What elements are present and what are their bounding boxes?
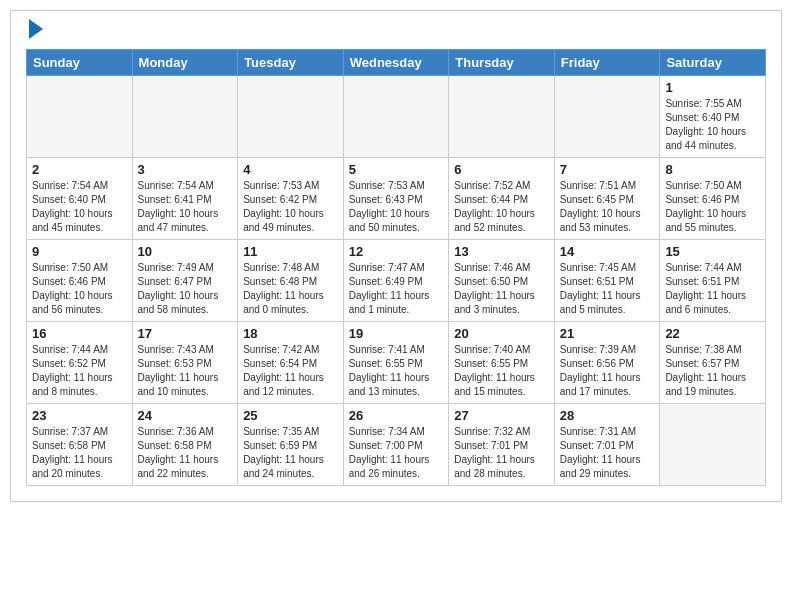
calendar-cell: 18Sunrise: 7:42 AM Sunset: 6:54 PM Dayli… <box>238 321 344 403</box>
day-number: 6 <box>454 162 549 177</box>
week-row-5: 23Sunrise: 7:37 AM Sunset: 6:58 PM Dayli… <box>27 403 766 485</box>
calendar-cell: 17Sunrise: 7:43 AM Sunset: 6:53 PM Dayli… <box>132 321 238 403</box>
day-number: 12 <box>349 244 444 259</box>
day-info: Sunrise: 7:55 AM Sunset: 6:40 PM Dayligh… <box>665 97 760 153</box>
calendar-cell: 4Sunrise: 7:53 AM Sunset: 6:42 PM Daylig… <box>238 157 344 239</box>
calendar-page: SundayMondayTuesdayWednesdayThursdayFrid… <box>10 10 782 502</box>
calendar-cell: 20Sunrise: 7:40 AM Sunset: 6:55 PM Dayli… <box>449 321 555 403</box>
day-info: Sunrise: 7:42 AM Sunset: 6:54 PM Dayligh… <box>243 343 338 399</box>
day-number: 19 <box>349 326 444 341</box>
day-number: 28 <box>560 408 655 423</box>
weekday-wednesday: Wednesday <box>343 49 449 75</box>
calendar-cell <box>343 75 449 157</box>
day-number: 14 <box>560 244 655 259</box>
day-info: Sunrise: 7:44 AM Sunset: 6:51 PM Dayligh… <box>665 261 760 317</box>
calendar-cell: 10Sunrise: 7:49 AM Sunset: 6:47 PM Dayli… <box>132 239 238 321</box>
calendar-cell: 21Sunrise: 7:39 AM Sunset: 6:56 PM Dayli… <box>554 321 660 403</box>
day-info: Sunrise: 7:54 AM Sunset: 6:41 PM Dayligh… <box>138 179 233 235</box>
day-info: Sunrise: 7:37 AM Sunset: 6:58 PM Dayligh… <box>32 425 127 481</box>
calendar-cell: 27Sunrise: 7:32 AM Sunset: 7:01 PM Dayli… <box>449 403 555 485</box>
day-number: 21 <box>560 326 655 341</box>
day-info: Sunrise: 7:46 AM Sunset: 6:50 PM Dayligh… <box>454 261 549 317</box>
calendar-cell: 26Sunrise: 7:34 AM Sunset: 7:00 PM Dayli… <box>343 403 449 485</box>
header <box>26 21 766 41</box>
calendar-cell <box>27 75 133 157</box>
day-number: 2 <box>32 162 127 177</box>
day-number: 13 <box>454 244 549 259</box>
day-number: 11 <box>243 244 338 259</box>
day-info: Sunrise: 7:40 AM Sunset: 6:55 PM Dayligh… <box>454 343 549 399</box>
day-number: 16 <box>32 326 127 341</box>
calendar-cell: 24Sunrise: 7:36 AM Sunset: 6:58 PM Dayli… <box>132 403 238 485</box>
calendar-cell: 19Sunrise: 7:41 AM Sunset: 6:55 PM Dayli… <box>343 321 449 403</box>
day-info: Sunrise: 7:54 AM Sunset: 6:40 PM Dayligh… <box>32 179 127 235</box>
day-number: 17 <box>138 326 233 341</box>
day-info: Sunrise: 7:52 AM Sunset: 6:44 PM Dayligh… <box>454 179 549 235</box>
day-number: 3 <box>138 162 233 177</box>
day-info: Sunrise: 7:51 AM Sunset: 6:45 PM Dayligh… <box>560 179 655 235</box>
day-number: 18 <box>243 326 338 341</box>
calendar-cell <box>554 75 660 157</box>
calendar-cell <box>132 75 238 157</box>
calendar-cell: 15Sunrise: 7:44 AM Sunset: 6:51 PM Dayli… <box>660 239 766 321</box>
day-number: 7 <box>560 162 655 177</box>
weekday-monday: Monday <box>132 49 238 75</box>
day-info: Sunrise: 7:31 AM Sunset: 7:01 PM Dayligh… <box>560 425 655 481</box>
weekday-friday: Friday <box>554 49 660 75</box>
calendar-cell: 22Sunrise: 7:38 AM Sunset: 6:57 PM Dayli… <box>660 321 766 403</box>
day-info: Sunrise: 7:35 AM Sunset: 6:59 PM Dayligh… <box>243 425 338 481</box>
day-number: 22 <box>665 326 760 341</box>
day-info: Sunrise: 7:53 AM Sunset: 6:42 PM Dayligh… <box>243 179 338 235</box>
day-info: Sunrise: 7:49 AM Sunset: 6:47 PM Dayligh… <box>138 261 233 317</box>
calendar-cell: 2Sunrise: 7:54 AM Sunset: 6:40 PM Daylig… <box>27 157 133 239</box>
calendar-cell <box>449 75 555 157</box>
day-number: 23 <box>32 408 127 423</box>
logo <box>26 21 43 41</box>
day-number: 20 <box>454 326 549 341</box>
day-number: 15 <box>665 244 760 259</box>
day-info: Sunrise: 7:32 AM Sunset: 7:01 PM Dayligh… <box>454 425 549 481</box>
calendar-cell: 8Sunrise: 7:50 AM Sunset: 6:46 PM Daylig… <box>660 157 766 239</box>
day-info: Sunrise: 7:41 AM Sunset: 6:55 PM Dayligh… <box>349 343 444 399</box>
week-row-4: 16Sunrise: 7:44 AM Sunset: 6:52 PM Dayli… <box>27 321 766 403</box>
day-number: 4 <box>243 162 338 177</box>
weekday-sunday: Sunday <box>27 49 133 75</box>
day-info: Sunrise: 7:48 AM Sunset: 6:48 PM Dayligh… <box>243 261 338 317</box>
calendar-cell: 9Sunrise: 7:50 AM Sunset: 6:46 PM Daylig… <box>27 239 133 321</box>
day-number: 27 <box>454 408 549 423</box>
day-info: Sunrise: 7:36 AM Sunset: 6:58 PM Dayligh… <box>138 425 233 481</box>
calendar-cell: 13Sunrise: 7:46 AM Sunset: 6:50 PM Dayli… <box>449 239 555 321</box>
day-info: Sunrise: 7:50 AM Sunset: 6:46 PM Dayligh… <box>665 179 760 235</box>
calendar-cell: 5Sunrise: 7:53 AM Sunset: 6:43 PM Daylig… <box>343 157 449 239</box>
calendar-table: SundayMondayTuesdayWednesdayThursdayFrid… <box>26 49 766 486</box>
calendar-cell: 6Sunrise: 7:52 AM Sunset: 6:44 PM Daylig… <box>449 157 555 239</box>
day-number: 8 <box>665 162 760 177</box>
weekday-saturday: Saturday <box>660 49 766 75</box>
calendar-cell: 7Sunrise: 7:51 AM Sunset: 6:45 PM Daylig… <box>554 157 660 239</box>
day-info: Sunrise: 7:47 AM Sunset: 6:49 PM Dayligh… <box>349 261 444 317</box>
day-info: Sunrise: 7:45 AM Sunset: 6:51 PM Dayligh… <box>560 261 655 317</box>
day-number: 10 <box>138 244 233 259</box>
calendar-cell: 1Sunrise: 7:55 AM Sunset: 6:40 PM Daylig… <box>660 75 766 157</box>
calendar-cell: 11Sunrise: 7:48 AM Sunset: 6:48 PM Dayli… <box>238 239 344 321</box>
calendar-cell: 14Sunrise: 7:45 AM Sunset: 6:51 PM Dayli… <box>554 239 660 321</box>
weekday-header-row: SundayMondayTuesdayWednesdayThursdayFrid… <box>27 49 766 75</box>
week-row-1: 1Sunrise: 7:55 AM Sunset: 6:40 PM Daylig… <box>27 75 766 157</box>
calendar-cell: 23Sunrise: 7:37 AM Sunset: 6:58 PM Dayli… <box>27 403 133 485</box>
day-info: Sunrise: 7:44 AM Sunset: 6:52 PM Dayligh… <box>32 343 127 399</box>
day-info: Sunrise: 7:38 AM Sunset: 6:57 PM Dayligh… <box>665 343 760 399</box>
day-number: 1 <box>665 80 760 95</box>
calendar-cell <box>238 75 344 157</box>
day-info: Sunrise: 7:43 AM Sunset: 6:53 PM Dayligh… <box>138 343 233 399</box>
week-row-3: 9Sunrise: 7:50 AM Sunset: 6:46 PM Daylig… <box>27 239 766 321</box>
weekday-thursday: Thursday <box>449 49 555 75</box>
calendar-cell <box>660 403 766 485</box>
calendar-cell: 3Sunrise: 7:54 AM Sunset: 6:41 PM Daylig… <box>132 157 238 239</box>
weekday-tuesday: Tuesday <box>238 49 344 75</box>
day-number: 25 <box>243 408 338 423</box>
week-row-2: 2Sunrise: 7:54 AM Sunset: 6:40 PM Daylig… <box>27 157 766 239</box>
day-info: Sunrise: 7:53 AM Sunset: 6:43 PM Dayligh… <box>349 179 444 235</box>
day-number: 26 <box>349 408 444 423</box>
day-info: Sunrise: 7:39 AM Sunset: 6:56 PM Dayligh… <box>560 343 655 399</box>
calendar-cell: 12Sunrise: 7:47 AM Sunset: 6:49 PM Dayli… <box>343 239 449 321</box>
